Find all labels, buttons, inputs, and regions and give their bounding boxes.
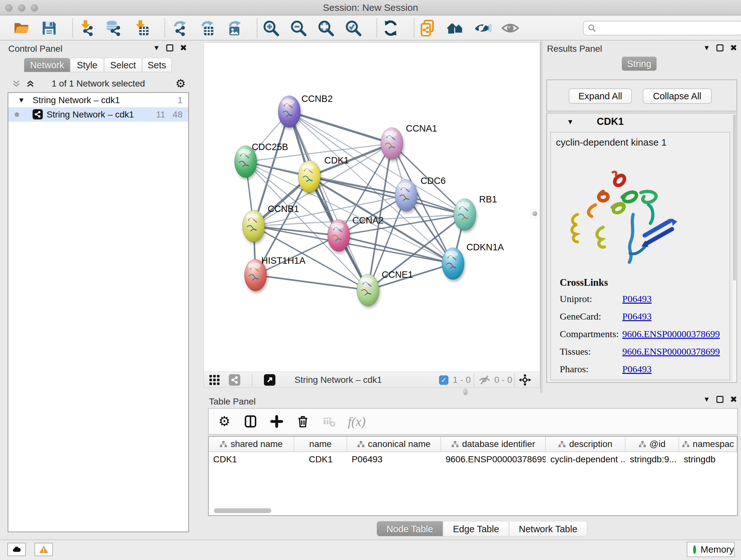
crosslink-link-uniprot[interactable]: P06493 xyxy=(622,294,652,304)
tab-select[interactable]: Select xyxy=(104,58,142,72)
zoom-in-icon xyxy=(262,19,280,37)
results-scrollbar[interactable] xyxy=(732,114,736,382)
selected-checkbox[interactable]: ✓ xyxy=(439,375,448,385)
network-node-CDKN1A[interactable]: CDKN1A xyxy=(442,242,504,280)
show-hidden-button[interactable] xyxy=(501,18,519,38)
canvas-splitter-handle[interactable] xyxy=(530,209,539,218)
column-header-description[interactable]: description xyxy=(546,437,625,451)
network-node-HIST1H1A[interactable]: HIST1H1A xyxy=(245,255,306,291)
column-header-label: database identifier xyxy=(462,439,535,449)
zoom-selected-button[interactable] xyxy=(344,18,362,38)
expand-all-button[interactable]: Expand All xyxy=(569,88,632,104)
show-columns-icon[interactable] xyxy=(243,414,258,429)
refresh-icon xyxy=(382,19,399,37)
application-window: Session: New Session ? Control Panel ▼ ✖… xyxy=(0,0,741,560)
zoom-fit-button[interactable] xyxy=(317,18,335,38)
zoom-out-button[interactable] xyxy=(289,18,307,38)
column-header-namespac[interactable]: namespac xyxy=(679,437,737,451)
tab-style[interactable]: Style xyxy=(70,58,104,72)
node-label-CDKN1A: CDKN1A xyxy=(466,242,504,252)
results-panel: Results Panel ▼ ✖ String Expand All Coll… xyxy=(542,41,741,393)
hidden-eye-icon[interactable] xyxy=(478,374,490,386)
column-header-canonical-name[interactable]: canonical name xyxy=(347,437,441,451)
hide-selected-button[interactable] xyxy=(474,18,492,38)
zoom-in-button[interactable] xyxy=(262,18,280,38)
tab-edge-table[interactable]: Edge Table xyxy=(443,521,509,537)
column-header-name[interactable]: name xyxy=(294,437,347,451)
column-header-shared-name[interactable]: shared name xyxy=(209,437,294,451)
control-panel-float-button[interactable]: ▼ xyxy=(153,44,160,52)
network-node-RB1[interactable]: RB1 xyxy=(454,194,497,231)
node-table[interactable]: shared namename canonical name database … xyxy=(208,436,738,516)
network-collection-row[interactable]: ▼ String Network – cdk1 1 xyxy=(8,93,188,107)
collection-caret-icon[interactable]: ▼ xyxy=(18,93,25,107)
export-image-button[interactable] xyxy=(225,18,243,38)
memory-button[interactable]: Memory xyxy=(687,542,735,557)
tab-sets[interactable]: Sets xyxy=(142,58,172,72)
table-panel-maximize-button[interactable] xyxy=(717,396,724,403)
table-cell: CDK1 xyxy=(294,452,347,467)
vertical-divider[interactable] xyxy=(541,41,541,393)
column-type-icon xyxy=(638,441,646,448)
network-node-CCNA1[interactable]: CCNA1 xyxy=(381,123,437,159)
network-node-CCNE1[interactable]: CCNE1 xyxy=(357,269,413,306)
table-horizontal-scrollbar[interactable] xyxy=(213,508,738,513)
import-network-database-button[interactable] xyxy=(105,18,123,38)
warnings-button[interactable] xyxy=(35,543,53,556)
table-cell: stringdb:9... xyxy=(625,452,679,467)
import-table-button[interactable] xyxy=(132,18,150,38)
table-options-gear-icon[interactable]: ⚙ xyxy=(217,414,232,429)
search-input[interactable] xyxy=(583,21,741,36)
network-edge-CCNB2-CCNA1[interactable] xyxy=(289,112,392,144)
birdseye-view-icon[interactable] xyxy=(519,374,531,386)
cloud-icon xyxy=(11,545,22,554)
save-session-button[interactable] xyxy=(40,18,58,38)
gene-section-header[interactable]: ▼ CDK1 xyxy=(547,113,737,131)
network-edge-HIST1H1A-CCNE1[interactable] xyxy=(256,275,368,290)
first-neighbors-button[interactable] xyxy=(447,18,464,38)
refresh-button[interactable] xyxy=(382,18,400,38)
results-panel-float-button[interactable]: ▼ xyxy=(703,44,711,52)
add-column-icon[interactable] xyxy=(269,414,284,429)
gene-section-caret-icon[interactable]: ▼ xyxy=(567,118,574,126)
table-panel-close-button[interactable]: ✖ xyxy=(730,395,737,403)
function-builder-icon[interactable]: f(x) xyxy=(348,414,366,429)
crosslink-link-compartments[interactable]: 9606.ENSP00000378699 xyxy=(622,328,720,339)
collapse-all-button[interactable]: Collapse All xyxy=(643,88,712,104)
grid-view-icon[interactable] xyxy=(208,374,220,386)
results-panel-maximize-button[interactable] xyxy=(717,44,724,51)
copy-network-button[interactable] xyxy=(419,18,437,38)
results-panel-close-button[interactable]: ✖ xyxy=(730,44,737,52)
table-panel: Table Panel ▼ ✖ ⚙ f(x) xyxy=(204,393,741,539)
tab-network[interactable]: Network xyxy=(24,58,70,72)
network-edge-CCNB2-RB1[interactable] xyxy=(289,112,465,214)
cloud-button[interactable] xyxy=(7,543,26,556)
toolbar-separator xyxy=(376,19,377,37)
external-view-icon[interactable] xyxy=(264,374,275,386)
column-header--id[interactable]: @id xyxy=(625,437,679,451)
table-row[interactable]: CDK1CDK1P064939606.ENSP00000378699cyclin… xyxy=(209,452,737,467)
network-canvas[interactable]: CCNB2 CCNA1 CDC25B CDK1 CDC6 RB1 CCNB1 C… xyxy=(204,43,540,372)
control-panel-close-button[interactable]: ✖ xyxy=(180,44,187,52)
table-panel-float-button[interactable]: ▼ xyxy=(703,395,711,403)
crosslink-link-pharos[interactable]: P06493 xyxy=(622,364,652,374)
network-row-selected[interactable]: String Network – cdk1 11 48 xyxy=(8,107,188,122)
node-label-CCNB1: CCNB1 xyxy=(268,204,299,214)
tab-node-table[interactable]: Node Table xyxy=(377,521,443,537)
crosslink-link-tissues[interactable]: 9606.ENSP00000378699 xyxy=(622,346,720,357)
import-network-file-button[interactable] xyxy=(77,18,95,38)
network-thumbnail-icon[interactable] xyxy=(229,374,240,386)
network-options-gear-icon[interactable]: ⚙ xyxy=(176,76,186,91)
delete-table-icon[interactable] xyxy=(322,414,336,429)
export-table-icon xyxy=(198,19,215,37)
column-header-database-identifier[interactable]: database identifier xyxy=(441,437,546,451)
control-panel-maximize-button[interactable] xyxy=(166,44,173,51)
tab-network-table[interactable]: Network Table xyxy=(509,521,587,537)
open-session-button[interactable] xyxy=(13,18,30,38)
tab-string[interactable]: String xyxy=(622,57,657,71)
folder-open-icon xyxy=(13,19,30,37)
export-table-button[interactable] xyxy=(197,18,215,38)
export-network-button[interactable] xyxy=(170,18,188,38)
delete-column-icon[interactable] xyxy=(295,414,310,429)
crosslink-link-genecard[interactable]: P06493 xyxy=(622,311,652,322)
